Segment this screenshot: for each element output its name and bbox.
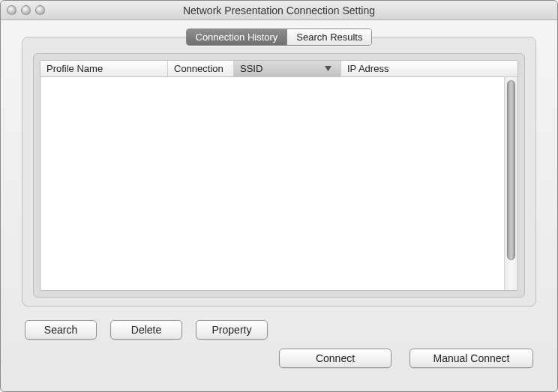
window: Network Presentation Connection Setting …: [0, 0, 558, 392]
table-rows-area[interactable]: [40, 77, 504, 290]
traffic-lights: [7, 5, 45, 15]
button-row-bottom: Connect Manual Connect: [25, 349, 533, 368]
column-ip-address[interactable]: IP Adress: [341, 61, 504, 76]
titlebar: Network Presentation Connection Setting: [1, 1, 557, 20]
content-area: Connection History Search Results Profil…: [1, 20, 557, 389]
minimize-window-button[interactable]: [21, 5, 31, 15]
scrollbar-thumb[interactable]: [507, 80, 515, 260]
property-button[interactable]: Property: [196, 320, 268, 340]
sort-descending-icon: [325, 66, 332, 71]
tab-row: Connection History Search Results: [33, 28, 525, 46]
table-panel: Profile Name Connection SSID IP Adress: [33, 53, 525, 298]
zoom-window-button[interactable]: [35, 5, 45, 15]
connect-button[interactable]: Connect: [279, 349, 392, 368]
button-row-top: Search Delete Property: [25, 320, 533, 340]
svg-marker-0: [325, 66, 332, 71]
search-button[interactable]: Search: [25, 320, 97, 340]
manual-connect-button[interactable]: Manual Connect: [410, 349, 533, 368]
connection-table: Profile Name Connection SSID IP Adress: [40, 60, 518, 291]
button-area: Search Delete Property Connect Manual Co…: [22, 320, 536, 368]
column-profile-name[interactable]: Profile Name: [40, 61, 168, 76]
delete-button[interactable]: Delete: [110, 320, 182, 340]
close-window-button[interactable]: [7, 5, 16, 15]
main-panel: Connection History Search Results Profil…: [22, 37, 536, 307]
table-header-row: Profile Name Connection SSID IP Adress: [40, 61, 518, 77]
tab-search-results[interactable]: Search Results: [286, 29, 371, 45]
column-connection[interactable]: Connection: [168, 61, 234, 76]
tab-group: Connection History Search Results: [186, 28, 373, 46]
tab-connection-history[interactable]: Connection History: [187, 29, 287, 45]
vertical-scrollbar[interactable]: [504, 77, 518, 290]
header-scrollbar-spacer: [504, 61, 518, 76]
table-body: [40, 77, 518, 290]
window-title: Network Presentation Connection Setting: [1, 4, 557, 16]
column-ssid[interactable]: SSID: [234, 61, 341, 76]
column-ssid-label: SSID: [240, 63, 262, 74]
